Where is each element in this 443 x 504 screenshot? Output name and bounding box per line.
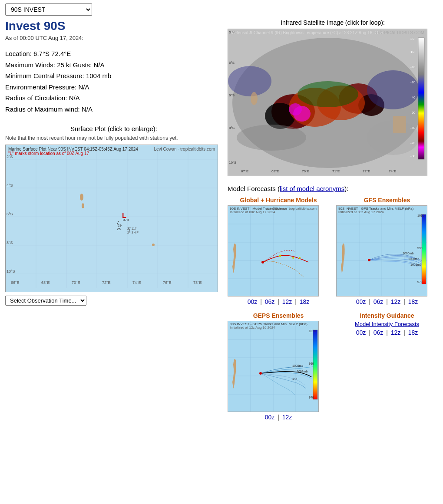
ghm-link-06z[interactable]: 06z <box>265 298 275 305</box>
obs-select-row: Select Observation Time... <box>5 296 222 306</box>
ghm-subcaption: Initialized at 00z Aug 17 2024 <box>230 210 275 214</box>
ghm-link-12z[interactable]: 12z <box>282 298 292 305</box>
max-winds-line: Maximum Winds: 25 kt Gusts: N/A <box>5 59 222 71</box>
svg-point-27 <box>82 203 84 208</box>
global-hurricane-links: 00z | 06z | 12z | 18z <box>228 298 329 305</box>
gfs-link-06z[interactable]: 06z <box>374 298 383 305</box>
svg-point-28 <box>152 244 155 246</box>
global-hurricane-image[interactable]: 90S INVEST - Model Track Guidance Initia… <box>228 205 319 296</box>
global-hurricane-svg <box>228 206 319 296</box>
intensity-link-18z[interactable]: 18z <box>408 329 418 336</box>
svg-text:76°E: 76°E <box>163 280 172 285</box>
intensity-link-06z[interactable]: 06z <box>374 329 383 336</box>
svg-point-26 <box>80 194 83 201</box>
svg-text:1005mb: 1005mb <box>292 364 303 367</box>
svg-rect-103 <box>228 321 319 412</box>
svg-point-46 <box>289 103 302 115</box>
gfs-link-12z[interactable]: 12z <box>391 298 401 305</box>
svg-text:67°E: 67°E <box>241 169 248 173</box>
gfs-ensembles-svg: 1005mb 1000mb 1001mb <box>337 206 427 296</box>
model-header-end: ): <box>344 185 348 192</box>
satellite-credit: TROPICALTIDBITS.COM <box>375 30 424 35</box>
svg-text:6°S: 6°S <box>7 212 13 216</box>
radius-circ-line: Radius of Circulation: N/A <box>5 92 222 104</box>
svg-text:-40: -40 <box>410 96 416 99</box>
gfs-subcaption: Initialized at 00z Aug 17 2024 <box>338 210 384 214</box>
geps-ensembles-title: GEPS Ensembles <box>228 312 329 319</box>
sep9: | <box>386 329 390 336</box>
svg-point-47 <box>298 81 358 107</box>
obs-time-selector[interactable]: Select Observation Time... <box>5 296 86 306</box>
intensity-link-12z[interactable]: 12z <box>391 329 401 336</box>
right-panel: Infrared Satellite Image (click for loop… <box>228 19 438 421</box>
svg-text:78°E: 78°E <box>193 280 202 285</box>
satellite-title[interactable]: Infrared Satellite Image (click for loop… <box>228 19 438 26</box>
svg-text:10°S: 10°S <box>229 161 236 165</box>
geps-ensembles-image[interactable]: 1005mb 1003mb 144 <box>228 321 319 412</box>
svg-text:5°S: 5°S <box>229 61 235 65</box>
global-hurricane-block: Global + Hurricane Models <box>228 197 329 305</box>
svg-text:1003mb: 1003mb <box>297 370 307 373</box>
sep10: | <box>403 329 407 336</box>
model-header: Model Forecasts (list of model acronyms)… <box>228 185 438 192</box>
gfs-link-18z[interactable]: 18z <box>408 298 418 305</box>
ghm-link-00z[interactable]: 00z <box>248 298 258 305</box>
ghm-link-18z[interactable]: 18z <box>300 298 310 305</box>
ghm-credit: Levi Cowan - tropicaltidbits.com <box>268 207 317 211</box>
svg-point-118 <box>259 372 262 375</box>
left-panel: Invest 90S As of 00:00 UTC Aug 17, 2024:… <box>5 19 222 421</box>
svg-point-50 <box>237 125 306 151</box>
svg-text:990: 990 <box>309 362 314 365</box>
svg-point-83 <box>261 261 264 264</box>
surface-credit: Levi Cowan · tropicaltidbits.com <box>154 147 215 152</box>
satellite-svg: 30 10 -10 -20 -40 -50 -60 -70 -80 3°S 5°… <box>228 29 427 176</box>
surface-note: Note that the most recent hour may not b… <box>5 135 222 141</box>
as-of-label: As of 00:00 UTC Aug 17, 2024: <box>5 35 222 41</box>
svg-text:4°S: 4°S <box>7 183 13 188</box>
surface-map[interactable]: 2°S 4°S 6°S 8°S 10°S 66°E 68°E 70°E 72°E… <box>5 145 218 292</box>
satellite-image[interactable]: 30 10 -10 -20 -40 -50 -60 -70 -80 3°S 5°… <box>228 29 427 176</box>
geps-svg: 1005mb 1003mb 144 <box>228 321 319 412</box>
satellite-caption: Meteosat-9 Channel 9 (IR) Brightness Tem… <box>231 30 384 35</box>
svg-text:72°E: 72°E <box>102 280 111 285</box>
sep5: | <box>386 298 390 305</box>
svg-text:990: 990 <box>417 247 423 250</box>
svg-rect-75 <box>228 206 319 296</box>
sep2: | <box>278 298 281 305</box>
models-grid: Global + Hurricane Models <box>228 197 438 421</box>
location-line: Location: 6.7°S 72.4°E <box>5 48 222 59</box>
gfs-link-00z[interactable]: 00z <box>356 298 366 305</box>
svg-text:70°E: 70°E <box>302 169 309 173</box>
svg-text:-50: -50 <box>410 111 416 115</box>
svg-text:-10: -10 <box>410 65 416 69</box>
geps-link-00z[interactable]: 00z <box>265 414 275 421</box>
gfs-ensembles-links: 00z | 06z | 12z | 18z <box>336 298 438 305</box>
radius-maxwind-line: Radius of Maximum wind: N/A <box>5 104 222 115</box>
svg-point-48 <box>367 70 419 109</box>
env-pressure-line: Environmental Pressure: N/A <box>5 82 222 93</box>
model-intensity-forecasts-link[interactable]: Model Intensity Forecasts <box>336 321 438 327</box>
storm-info: Location: 6.7°S 72.4°E Maximum Winds: 25… <box>5 48 222 115</box>
model-header-text: Model Forecasts ( <box>228 185 280 192</box>
svg-text:72°E: 72°E <box>363 169 370 173</box>
geps-link-12z[interactable]: 12z <box>282 414 292 421</box>
sep4: | <box>369 298 372 305</box>
svg-text:10: 10 <box>410 50 414 54</box>
svg-text:74°E: 74°E <box>389 169 396 173</box>
svg-point-52 <box>251 92 258 105</box>
svg-text:24 SHIP: 24 SHIP <box>127 231 139 234</box>
gfs-ensembles-image[interactable]: 1005mb 1000mb 1001mb <box>336 205 427 296</box>
model-acronyms-link[interactable]: list of model acronyms <box>280 185 344 192</box>
storm-selector[interactable]: 90S INVEST <box>5 3 92 16</box>
svg-text:71°E: 71°E <box>332 169 340 173</box>
svg-text:-20: -20 <box>410 80 416 84</box>
intensity-link-00z[interactable]: 00z <box>356 329 366 336</box>
svg-text:1010: 1010 <box>309 329 316 333</box>
satellite-section: Infrared Satellite Image (click for loop… <box>228 19 438 176</box>
surface-title[interactable]: Surface Plot (click to enlarge): <box>5 125 222 132</box>
svg-rect-53 <box>393 116 406 133</box>
svg-text:144: 144 <box>292 377 298 380</box>
svg-text:10°S: 10°S <box>7 269 15 273</box>
intensity-guidance-links: 00z | 06z | 12z | 18z <box>336 329 438 336</box>
svg-point-49 <box>228 66 271 96</box>
